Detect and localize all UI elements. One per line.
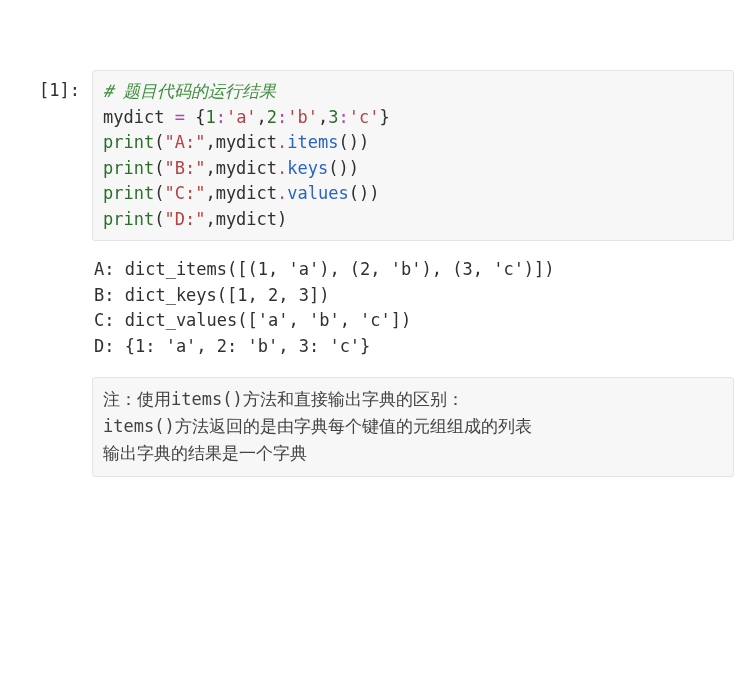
key-3: 3 [328,107,338,127]
key-1: 1 [205,107,215,127]
comma-c: , [205,183,215,203]
comma-b: , [205,158,215,178]
dot-c: . [277,183,287,203]
id-a: mydict [216,132,277,152]
brace-close: } [380,107,390,127]
out-line-4: D: {1: 'a', 2: 'b', 3: 'c'} [94,336,370,356]
method-items: items [287,132,338,152]
var-name: mydict [103,107,164,127]
str-c: "C:" [164,183,205,203]
open-paren-a: ( [154,132,164,152]
comma-a: , [205,132,215,152]
markdown-prompt [20,377,92,385]
dot-b: . [277,158,287,178]
str-d: "D:" [164,209,205,229]
close-paren-a: ) [359,132,369,152]
print-b: print [103,158,154,178]
markdown-cell: 注：使用items()方法和直接输出字典的区别：items()方法返回的是由字典… [20,377,734,477]
notebook: [1]: # 题目代码的运行结果 mydict = {1:'a',2:'b',3… [0,0,754,503]
open-paren-d: ( [154,209,164,229]
note-line1-c: 方法和直接输出字典的区别： [243,390,464,409]
method-values: values [287,183,348,203]
id-b: mydict [216,158,277,178]
call-a: () [339,132,359,152]
out-line-1: A: dict_items([(1, 'a'), (2, 'b'), (3, '… [94,259,555,279]
markdown-body: 注：使用items()方法和直接输出字典的区别：items()方法返回的是由字典… [92,377,734,477]
out-line-2: B: dict_keys([1, 2, 3]) [94,285,329,305]
val-3: 'c' [349,107,380,127]
output-cell: A: dict_items([(1, 'a'), (2, 'b'), (3, '… [20,247,734,371]
colon-2: : [277,107,287,127]
val-1: 'a' [226,107,257,127]
cell-body: # 题目代码的运行结果 mydict = {1:'a',2:'b',3:'c'}… [92,70,734,241]
note-line2-a: items() [103,416,175,436]
str-b: "B:" [164,158,205,178]
sep-1: , [257,107,267,127]
id-d: mydict [216,209,277,229]
open-paren-b: ( [154,158,164,178]
call-c: () [349,183,369,203]
open-paren-c: ( [154,183,164,203]
note-line1-a: 注：使用 [103,390,171,409]
note-line2-b: 方法返回的是由字典每个键值的元组组成的列表 [175,417,532,436]
note-line1-b: items() [171,389,243,409]
method-keys: keys [287,158,328,178]
dot-a: . [277,132,287,152]
colon-3: : [339,107,349,127]
call-b: () [328,158,348,178]
str-a: "A:" [164,132,205,152]
output-prompt [20,247,92,255]
colon-1: : [216,107,226,127]
close-paren-d: ) [277,209,287,229]
print-d: print [103,209,154,229]
id-c: mydict [216,183,277,203]
key-2: 2 [267,107,277,127]
sep-2: , [318,107,328,127]
note-box[interactable]: 注：使用items()方法和直接输出字典的区别：items()方法返回的是由字典… [92,377,734,477]
eq-op: = [164,107,195,127]
input-prompt: [1]: [20,70,92,104]
comma-d: , [205,209,215,229]
print-c: print [103,183,154,203]
code-input[interactable]: # 题目代码的运行结果 mydict = {1:'a',2:'b',3:'c'}… [92,70,734,241]
close-paren-b: ) [349,158,359,178]
comment-line: # 题目代码的运行结果 [103,81,276,101]
code-cell: [1]: # 题目代码的运行结果 mydict = {1:'a',2:'b',3… [20,70,734,241]
out-line-3: C: dict_values(['a', 'b', 'c']) [94,310,411,330]
brace-open: { [195,107,205,127]
stdout: A: dict_items([(1, 'a'), (2, 'b'), (3, '… [92,247,734,371]
val-2: 'b' [287,107,318,127]
print-a: print [103,132,154,152]
close-paren-c: ) [369,183,379,203]
note-line3: 输出字典的结果是一个字典 [103,444,307,463]
output-body: A: dict_items([(1, 'a'), (2, 'b'), (3, '… [92,247,734,371]
